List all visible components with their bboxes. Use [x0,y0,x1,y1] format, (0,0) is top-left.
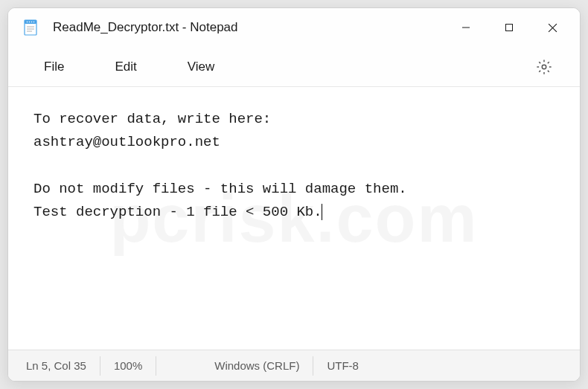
statusbar: Ln 5, Col 35 100% Windows (CRLF) UTF-8 [8,350,580,381]
svg-point-5 [33,22,35,23]
titlebar: ReadMe_Decryptor.txt - Notepad [8,8,580,47]
text-caret [322,204,322,220]
status-position: Ln 5, Col 35 [26,356,100,376]
notepad-icon [22,19,39,36]
menubar: File Edit View [8,47,580,87]
settings-button[interactable] [529,52,559,82]
maximize-button[interactable] [488,13,531,42]
svg-point-4 [31,22,33,23]
svg-point-2 [27,22,28,23]
svg-rect-10 [506,25,513,31]
minimize-button[interactable] [444,13,488,42]
menu-view[interactable]: View [173,54,230,80]
window-title: ReadMe_Decryptor.txt - Notepad [53,20,444,35]
status-lineending: Windows (CRLF) [201,356,313,376]
status-encoding: UTF-8 [313,356,372,376]
notepad-window: ReadMe_Decryptor.txt - Notepad File Edit… [7,7,581,382]
svg-point-3 [29,22,31,23]
window-controls [444,13,574,42]
svg-rect-1 [25,20,36,24]
svg-point-13 [542,65,546,69]
editor-text: To recover data, write here: ashtray@out… [33,111,407,220]
menu-file[interactable]: File [29,54,79,80]
status-zoom[interactable]: 100% [100,356,156,376]
close-button[interactable] [531,13,574,42]
menu-edit[interactable]: Edit [100,54,151,80]
text-editor[interactable]: To recover data, write here: ashtray@out… [8,87,580,350]
